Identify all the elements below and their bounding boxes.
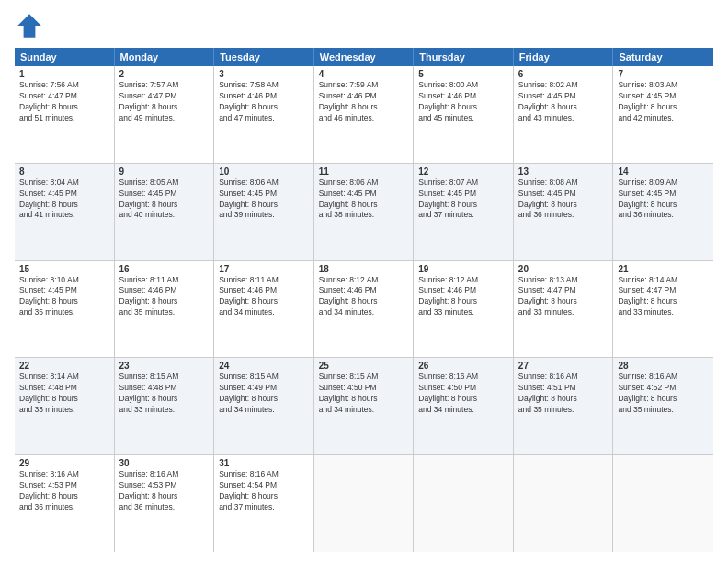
calendar-row-5: 29Sunrise: 8:16 AM Sunset: 4:53 PM Dayli… bbox=[15, 455, 713, 552]
empty-cell bbox=[613, 455, 713, 552]
calendar-body: 1Sunrise: 7:56 AM Sunset: 4:47 PM Daylig… bbox=[15, 66, 713, 552]
day-info: Sunrise: 8:03 AM Sunset: 4:45 PM Dayligh… bbox=[618, 80, 709, 124]
logo-icon bbox=[15, 11, 44, 40]
day-cell-21: 21Sunrise: 8:14 AM Sunset: 4:47 PM Dayli… bbox=[613, 261, 713, 358]
day-number: 16 bbox=[119, 264, 210, 274]
day-number: 27 bbox=[518, 361, 609, 371]
calendar-row-4: 22Sunrise: 8:14 AM Sunset: 4:48 PM Dayli… bbox=[15, 358, 713, 455]
header-day-sunday: Sunday bbox=[15, 48, 115, 66]
day-number: 23 bbox=[119, 361, 210, 371]
day-info: Sunrise: 8:16 AM Sunset: 4:50 PM Dayligh… bbox=[418, 372, 508, 416]
day-cell-5: 5Sunrise: 8:00 AM Sunset: 4:46 PM Daylig… bbox=[414, 66, 514, 163]
day-number: 11 bbox=[319, 167, 409, 177]
day-cell-7: 7Sunrise: 8:03 AM Sunset: 4:45 PM Daylig… bbox=[613, 66, 713, 163]
header-day-wednesday: Wednesday bbox=[314, 48, 415, 66]
day-info: Sunrise: 7:59 AM Sunset: 4:46 PM Dayligh… bbox=[319, 80, 409, 124]
day-number: 26 bbox=[418, 361, 508, 371]
empty-cell bbox=[314, 455, 415, 552]
day-cell-31: 31Sunrise: 8:16 AM Sunset: 4:54 PM Dayli… bbox=[214, 455, 314, 552]
day-cell-17: 17Sunrise: 8:11 AM Sunset: 4:46 PM Dayli… bbox=[214, 261, 314, 358]
day-number: 21 bbox=[618, 264, 709, 274]
day-number: 9 bbox=[119, 167, 210, 177]
day-number: 3 bbox=[219, 69, 309, 79]
header bbox=[15, 11, 713, 40]
day-cell-26: 26Sunrise: 8:16 AM Sunset: 4:50 PM Dayli… bbox=[414, 358, 514, 454]
header-day-friday: Friday bbox=[514, 48, 614, 66]
day-cell-4: 4Sunrise: 7:59 AM Sunset: 4:46 PM Daylig… bbox=[314, 66, 415, 163]
day-info: Sunrise: 8:11 AM Sunset: 4:46 PM Dayligh… bbox=[219, 275, 309, 319]
day-info: Sunrise: 8:15 AM Sunset: 4:49 PM Dayligh… bbox=[219, 372, 309, 416]
day-cell-29: 29Sunrise: 8:16 AM Sunset: 4:53 PM Dayli… bbox=[15, 455, 115, 552]
day-info: Sunrise: 8:14 AM Sunset: 4:48 PM Dayligh… bbox=[19, 372, 109, 416]
day-info: Sunrise: 8:07 AM Sunset: 4:45 PM Dayligh… bbox=[418, 178, 508, 222]
day-number: 22 bbox=[19, 361, 109, 371]
day-number: 4 bbox=[319, 69, 409, 79]
day-number: 30 bbox=[119, 458, 210, 468]
header-day-monday: Monday bbox=[115, 48, 215, 66]
day-cell-1: 1Sunrise: 7:56 AM Sunset: 4:47 PM Daylig… bbox=[15, 66, 115, 163]
calendar: SundayMondayTuesdayWednesdayThursdayFrid… bbox=[15, 48, 713, 552]
day-number: 5 bbox=[418, 69, 508, 79]
day-cell-6: 6Sunrise: 8:02 AM Sunset: 4:45 PM Daylig… bbox=[514, 66, 614, 163]
day-cell-24: 24Sunrise: 8:15 AM Sunset: 4:49 PM Dayli… bbox=[214, 358, 314, 454]
day-cell-18: 18Sunrise: 8:12 AM Sunset: 4:46 PM Dayli… bbox=[314, 261, 415, 358]
empty-cell bbox=[414, 455, 514, 552]
day-cell-9: 9Sunrise: 8:05 AM Sunset: 4:45 PM Daylig… bbox=[115, 164, 215, 260]
day-info: Sunrise: 8:08 AM Sunset: 4:45 PM Dayligh… bbox=[518, 178, 609, 222]
day-cell-20: 20Sunrise: 8:13 AM Sunset: 4:47 PM Dayli… bbox=[514, 261, 614, 358]
day-info: Sunrise: 7:58 AM Sunset: 4:46 PM Dayligh… bbox=[219, 80, 309, 124]
day-cell-16: 16Sunrise: 8:11 AM Sunset: 4:46 PM Dayli… bbox=[115, 261, 215, 358]
day-cell-13: 13Sunrise: 8:08 AM Sunset: 4:45 PM Dayli… bbox=[514, 164, 614, 260]
day-info: Sunrise: 7:57 AM Sunset: 4:47 PM Dayligh… bbox=[119, 80, 210, 124]
svg-marker-0 bbox=[17, 14, 41, 38]
day-cell-22: 22Sunrise: 8:14 AM Sunset: 4:48 PM Dayli… bbox=[15, 358, 115, 454]
header-day-saturday: Saturday bbox=[613, 48, 713, 66]
day-cell-3: 3Sunrise: 7:58 AM Sunset: 4:46 PM Daylig… bbox=[214, 66, 314, 163]
day-info: Sunrise: 8:16 AM Sunset: 4:54 PM Dayligh… bbox=[219, 469, 309, 513]
day-number: 7 bbox=[618, 69, 709, 79]
day-info: Sunrise: 8:15 AM Sunset: 4:50 PM Dayligh… bbox=[319, 372, 409, 416]
day-number: 12 bbox=[418, 167, 508, 177]
header-day-thursday: Thursday bbox=[414, 48, 514, 66]
calendar-row-1: 1Sunrise: 7:56 AM Sunset: 4:47 PM Daylig… bbox=[15, 66, 713, 164]
day-info: Sunrise: 8:16 AM Sunset: 4:53 PM Dayligh… bbox=[119, 469, 210, 513]
calendar-header: SundayMondayTuesdayWednesdayThursdayFrid… bbox=[15, 48, 713, 66]
day-number: 25 bbox=[319, 361, 409, 371]
day-info: Sunrise: 8:10 AM Sunset: 4:45 PM Dayligh… bbox=[19, 275, 109, 319]
calendar-row-3: 15Sunrise: 8:10 AM Sunset: 4:45 PM Dayli… bbox=[15, 261, 713, 359]
day-info: Sunrise: 7:56 AM Sunset: 4:47 PM Dayligh… bbox=[19, 80, 109, 124]
day-info: Sunrise: 8:06 AM Sunset: 4:45 PM Dayligh… bbox=[319, 178, 409, 222]
day-number: 29 bbox=[19, 458, 109, 468]
empty-cell bbox=[514, 455, 614, 552]
day-number: 10 bbox=[219, 167, 309, 177]
day-number: 14 bbox=[618, 167, 709, 177]
day-cell-23: 23Sunrise: 8:15 AM Sunset: 4:48 PM Dayli… bbox=[115, 358, 215, 454]
day-number: 17 bbox=[219, 264, 309, 274]
day-cell-11: 11Sunrise: 8:06 AM Sunset: 4:45 PM Dayli… bbox=[314, 164, 415, 260]
day-number: 31 bbox=[219, 458, 309, 468]
day-info: Sunrise: 8:05 AM Sunset: 4:45 PM Dayligh… bbox=[119, 178, 210, 222]
day-info: Sunrise: 8:06 AM Sunset: 4:45 PM Dayligh… bbox=[219, 178, 309, 222]
day-info: Sunrise: 8:13 AM Sunset: 4:47 PM Dayligh… bbox=[518, 275, 609, 319]
day-info: Sunrise: 8:14 AM Sunset: 4:47 PM Dayligh… bbox=[618, 275, 709, 319]
day-cell-12: 12Sunrise: 8:07 AM Sunset: 4:45 PM Dayli… bbox=[414, 164, 514, 260]
day-cell-2: 2Sunrise: 7:57 AM Sunset: 4:47 PM Daylig… bbox=[115, 66, 215, 163]
day-cell-8: 8Sunrise: 8:04 AM Sunset: 4:45 PM Daylig… bbox=[15, 164, 115, 260]
day-info: Sunrise: 8:02 AM Sunset: 4:45 PM Dayligh… bbox=[518, 80, 609, 124]
day-cell-25: 25Sunrise: 8:15 AM Sunset: 4:50 PM Dayli… bbox=[314, 358, 415, 454]
logo bbox=[15, 11, 48, 40]
day-number: 28 bbox=[618, 361, 709, 371]
day-number: 6 bbox=[518, 69, 609, 79]
calendar-row-2: 8Sunrise: 8:04 AM Sunset: 4:45 PM Daylig… bbox=[15, 164, 713, 261]
day-number: 2 bbox=[119, 69, 210, 79]
day-info: Sunrise: 8:11 AM Sunset: 4:46 PM Dayligh… bbox=[119, 275, 210, 319]
day-info: Sunrise: 8:09 AM Sunset: 4:45 PM Dayligh… bbox=[618, 178, 709, 222]
day-info: Sunrise: 8:00 AM Sunset: 4:46 PM Dayligh… bbox=[418, 80, 508, 124]
day-cell-15: 15Sunrise: 8:10 AM Sunset: 4:45 PM Dayli… bbox=[15, 261, 115, 358]
day-number: 18 bbox=[319, 264, 409, 274]
page: SundayMondayTuesdayWednesdayThursdayFrid… bbox=[0, 0, 728, 563]
day-cell-19: 19Sunrise: 8:12 AM Sunset: 4:46 PM Dayli… bbox=[414, 261, 514, 358]
day-cell-30: 30Sunrise: 8:16 AM Sunset: 4:53 PM Dayli… bbox=[115, 455, 215, 552]
day-number: 15 bbox=[19, 264, 109, 274]
day-info: Sunrise: 8:16 AM Sunset: 4:51 PM Dayligh… bbox=[518, 372, 609, 416]
